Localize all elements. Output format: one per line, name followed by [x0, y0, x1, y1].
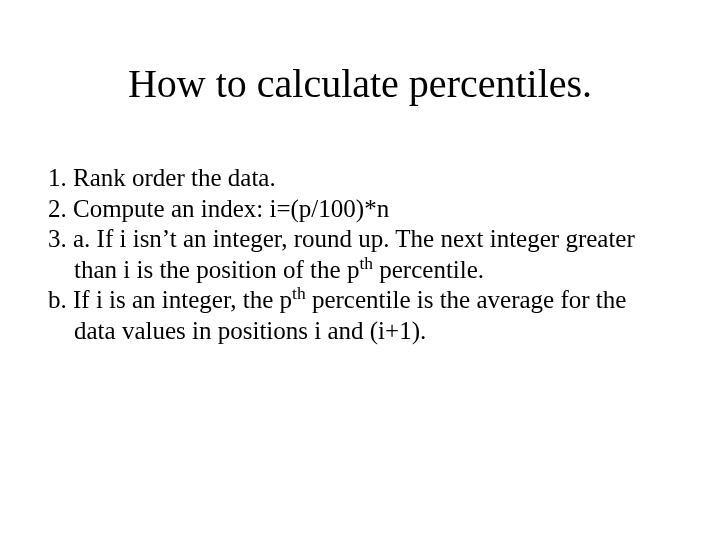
slide-body: 1. Rank order the data. 2. Compute an in…: [48, 163, 672, 346]
list-item: b. If i is an integer, the pth percentil…: [48, 285, 672, 346]
slide-title: How to calculate percentiles.: [48, 60, 672, 107]
superscript: th: [292, 283, 306, 303]
text-run: 3. a. If i isn’t an integer, round up. T…: [48, 225, 635, 283]
list-item: 2. Compute an index: i=(p/100)*n: [48, 194, 672, 225]
list-item: 3. a. If i isn’t an integer, round up. T…: [48, 224, 672, 285]
slide: How to calculate percentiles. 1. Rank or…: [0, 0, 720, 540]
superscript: th: [359, 252, 373, 272]
text-run: b. If i is an integer, the p: [48, 286, 292, 313]
list-item: 1. Rank order the data.: [48, 163, 672, 194]
text-run: percentile.: [373, 256, 484, 283]
